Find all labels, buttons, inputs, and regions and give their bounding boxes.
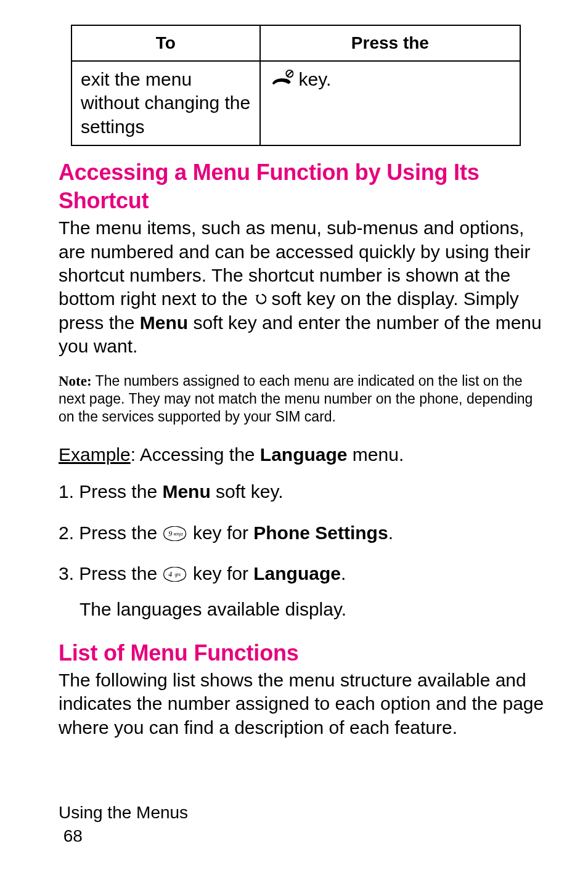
list-heading: List of Menu Functions xyxy=(59,639,551,667)
step-1: 1. Press the Menu soft key. xyxy=(59,480,551,503)
table-row: exit the menu without changing the setti… xyxy=(71,61,520,145)
list-paragraph: The following list shows the menu struct… xyxy=(59,669,551,739)
note-label: Note: xyxy=(59,373,92,389)
footer-page-number: 68 xyxy=(59,824,551,848)
key-9-icon xyxy=(162,526,187,541)
table-cell-key: key. xyxy=(260,61,520,145)
example-line: Example: Accessing the Language menu. xyxy=(59,443,551,466)
table-header-to: To xyxy=(71,25,260,61)
action-table: To Press the exit the menu without chang… xyxy=(71,25,521,146)
key-4-icon xyxy=(162,567,187,582)
table-header-press: Press the xyxy=(260,25,520,61)
end-call-icon xyxy=(269,68,294,88)
note-paragraph: Note: The numbers assigned to each menu … xyxy=(59,372,551,426)
step-3-result: The languages available display. xyxy=(80,598,551,621)
back-arrow-icon xyxy=(253,293,266,306)
step-3: 3. Press the key for Language. The langu… xyxy=(59,562,551,622)
step-2: 2. Press the key for Phone Settings. xyxy=(59,521,551,545)
shortcut-paragraph: The menu items, such as menu, sub-menus … xyxy=(59,216,551,358)
page-footer: Using the Menus 68 xyxy=(59,801,551,848)
table-cell-action: exit the menu without changing the setti… xyxy=(71,61,260,145)
shortcut-heading: Accessing a Menu Function by Using Its S… xyxy=(59,158,551,215)
footer-section: Using the Menus xyxy=(59,801,551,824)
